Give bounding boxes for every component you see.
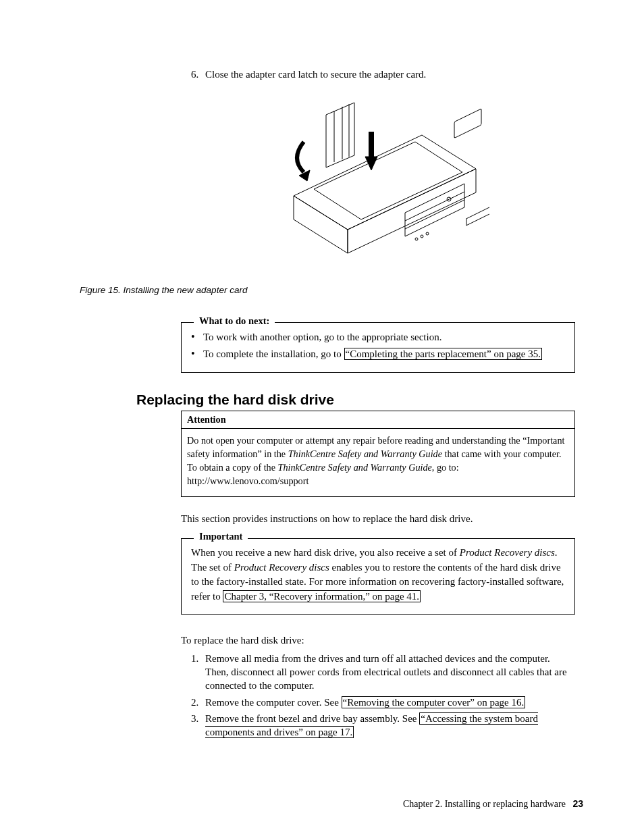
to-replace-para: To replace the hard disk drive:	[181, 633, 575, 648]
content-block: Close the adapter card latch to secure t…	[181, 68, 575, 277]
attention-italic-b: ThinkCentre Safety and Warranty Guide	[288, 448, 442, 459]
adapter-card-figure	[267, 95, 489, 277]
replace-steps-list: Remove all media from the drives and tur…	[181, 652, 575, 739]
svg-line-5	[405, 192, 464, 221]
intro-paragraph: This section provides instructions on ho…	[181, 512, 575, 526]
svg-marker-13	[365, 157, 377, 170]
ordered-list-adapter: Close the adapter card latch to secure t…	[181, 68, 575, 81]
link-removing-computer-cover[interactable]: “Removing the computer cover” on page 16…	[342, 696, 526, 708]
svg-rect-8	[454, 109, 481, 138]
replace-step-1: Remove all media from the drives and tur…	[201, 652, 575, 693]
important-b: Product Recovery discs	[460, 547, 555, 558]
attention-body: Do not open your computer or attempt any…	[182, 429, 574, 496]
what-next-box: What to do next: To work with another op…	[181, 322, 575, 373]
page-number: 23	[572, 798, 583, 809]
attention-title: Attention	[182, 411, 574, 429]
attention-box: Attention Do not open your computer or a…	[181, 411, 575, 497]
svg-marker-4	[405, 184, 464, 236]
replace-step-2: Remove the computer cover. See “Removing…	[201, 696, 575, 709]
section-heading-replacing-hdd: Replacing the hard disk drive	[136, 392, 586, 408]
link-chapter3-recovery[interactable]: Chapter 3, “Recovery information,” on pa…	[223, 590, 421, 602]
important-a: When you receive a new hard disk drive, …	[191, 547, 460, 558]
footer-chapter: Chapter 2. Installing or replacing hardw…	[403, 799, 566, 809]
svg-point-18	[426, 232, 429, 235]
figure-caption: Figure 15. Installing the new adapter ca…	[80, 285, 586, 295]
page-container: Close the adapter card latch to secure t…	[0, 0, 644, 834]
svg-marker-9	[326, 103, 354, 167]
svg-marker-1	[294, 196, 348, 253]
svg-line-6	[405, 200, 464, 229]
whatnext-bullet-1: To work with another option, go to the a…	[191, 330, 565, 345]
whatnext-b2-prefix: To complete the installation, go to	[203, 348, 344, 359]
replace-step-3: Remove the front bezel and drive bay ass…	[201, 712, 575, 739]
what-next-legend: What to do next:	[194, 315, 275, 327]
important-legend: Important	[194, 531, 248, 542]
figure-block	[181, 95, 575, 277]
whatnext-wrap: What to do next: To work with another op…	[181, 322, 575, 373]
important-box: Important When you receive a new hard di…	[181, 538, 575, 615]
step3-prefix: Remove the front bezel and drive bay ass…	[205, 713, 419, 724]
important-body: When you receive a new hard disk drive, …	[191, 546, 565, 604]
after-heading-block: Attention Do not open your computer or a…	[181, 411, 575, 739]
attention-italic-d: ThinkCentre Safety and Warranty Guide	[278, 462, 432, 473]
step-6: Close the adapter card latch to secure t…	[201, 68, 575, 81]
important-d: Product Recovery discs	[234, 562, 329, 573]
link-completing-parts-replacement[interactable]: “Completing the parts replacement” on pa…	[344, 348, 542, 360]
whatnext-bullet-2: To complete the installation, go to “Com…	[191, 346, 565, 362]
step2-prefix: Remove the computer cover. See	[205, 697, 342, 708]
page-footer: Chapter 2. Installing or replacing hardw…	[403, 798, 583, 810]
what-next-list: To work with another option, go to the a…	[191, 330, 565, 361]
svg-rect-15	[466, 205, 489, 225]
svg-point-16	[415, 238, 418, 240]
svg-point-17	[421, 235, 423, 238]
